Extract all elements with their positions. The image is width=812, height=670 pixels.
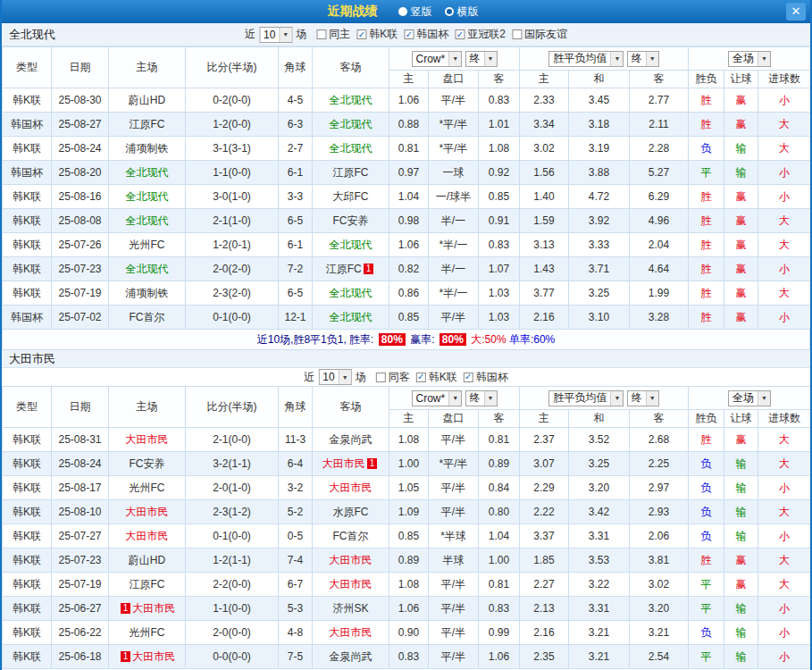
corners-cell: 6-7 [279,573,313,597]
away-team-name: 大田市民 [330,482,373,494]
corners-cell: 2-7 [279,137,313,161]
away-team-cell: 江原FC [313,161,389,185]
checkbox-box[interactable]: ✓ [356,29,366,39]
asian-home-odds-cell: 1.06 [389,88,429,113]
chevron-down-icon: ▼ [448,391,461,406]
filter-checkbox[interactable]: ✓韩K联 [416,370,457,385]
away-team-name: 全北现代 [330,239,373,251]
filter-checkbox[interactable]: 国际友谊 [512,27,567,42]
checkbox-box[interactable] [512,29,522,39]
filter-checkbox[interactable]: ✓亚冠联2 [455,27,506,42]
league-type-cell: 韩K联 [3,500,52,524]
euro-away-odds-cell: 5.27 [630,161,689,185]
subheader-result-wdl: 胜负 [689,71,724,88]
asian-home-odds-cell: 0.89 [389,549,429,573]
scope-dropdown[interactable]: 全场▼ [728,390,771,406]
subheader-asian-home: 主 [389,410,429,428]
league-type-cell: 韩国杯 [3,161,52,185]
euro-draw-odds-cell: 3.31 [569,524,630,549]
home-team-cell: 大田市民 [109,428,186,452]
filter-checkbox[interactable]: 同客 [376,370,410,385]
filter-checkbox[interactable]: ✓韩国杯 [464,370,508,385]
checkbox-box[interactable]: ✓ [455,29,465,39]
corners-cell: 5-3 [279,597,313,621]
corners-cell: 0-5 [279,524,313,549]
subheader-asian-line: 盘口 [429,410,479,428]
match-row: 韩K联25-08-24FC安养3-2(1-1)6-4大田市民11.00*平/半0… [3,452,811,476]
asian-stage-dropdown[interactable]: 终▼ [465,390,498,406]
subheader-result-asian: 让球 [724,71,758,88]
bookmaker-dropdown[interactable]: Crow*▼ [412,390,463,406]
checkbox-box[interactable] [316,29,326,39]
home-team-cell: 全北现代 [109,209,186,233]
layout-radio-vertical[interactable]: 竖版 [398,4,432,20]
result-goals-cell: 大 [758,137,811,161]
col-header-home: 主场 [109,47,186,88]
col-header-score: 比分(半场) [186,47,279,88]
filter-checkbox[interactable]: 同主 [316,27,350,42]
score-cell: 3-1(3-1) [186,137,279,161]
filter-checkbox[interactable]: ✓韩K联 [356,27,398,42]
scope-dropdown[interactable]: 全场▼ [728,51,771,67]
match-count-dropdown[interactable]: 10▼ [318,369,351,385]
result-wdl-cell: 负 [689,621,724,645]
home-team-name: 光州FC [130,482,165,494]
match-count-dropdown[interactable]: 10▼ [259,27,292,43]
checkbox-box[interactable] [376,373,386,382]
euro-away-odds-cell: 2.93 [630,500,689,524]
asian-stage-dropdown[interactable]: 终▼ [465,51,498,67]
away-team-cell: 金泉尚武 [313,428,389,452]
summary-segment: 近10场,胜8平1负1, 胜率: [257,332,377,348]
euro-home-odds-cell: 2.33 [520,88,569,113]
euro-away-odds-cell: 1.99 [630,281,689,306]
match-row: 韩国杯25-08-20全北现代1-1(0-0)6-1江原FC0.97一球0.92… [3,161,811,185]
dialog-title: 近期战绩 [328,4,378,20]
euro-draw-odds-cell: 4.72 [569,185,630,209]
checkbox-box[interactable]: ✓ [404,29,414,39]
home-team-name: 光州FC [130,239,165,251]
col-header-home: 主场 [109,387,186,428]
average-odds-dropdown[interactable]: 胜平负均值▼ [548,390,624,406]
checkbox-box[interactable]: ✓ [464,373,473,382]
euro-draw-odds-cell: 3.42 [569,500,630,524]
away-team-cell: 全北现代 [313,233,389,257]
asian-line-cell: *半球 [429,524,479,549]
summary-segment: 大:50% [468,332,509,348]
match-row: 韩K联25-08-16全北现代3-0(1-0)3-3大邱FC1.04一/球半0.… [3,185,811,209]
asian-away-odds-cell: 1.08 [479,137,520,161]
euro-away-odds-cell: 2.77 [630,88,689,113]
match-rows-daejeon: 韩K联25-08-31大田市民2-1(0-0)11-3金泉尚武1.08平/半0.… [3,428,811,669]
asian-away-odds-cell: 1.03 [479,306,520,330]
col-header-corners: 角球 [279,387,313,428]
close-icon[interactable]: ✕ [786,3,806,21]
away-team-name: FC安养 [333,214,369,227]
home-team-cell: 光州FC [109,476,186,500]
euro-away-odds-cell: 2.04 [630,233,689,257]
radio-icon[interactable] [445,7,454,16]
euro-stage-dropdown[interactable]: 终▼ [627,390,659,406]
asian-line-cell: *平/半 [429,137,479,161]
corners-cell: 6-5 [279,281,313,306]
home-team-name: 蔚山HD [129,94,165,106]
home-team-name: 全北现代 [126,214,169,227]
average-odds-dropdown[interactable]: 胜平负均值▼ [548,51,624,67]
checkbox-box[interactable]: ✓ [416,373,426,382]
score-cell: 1-2(1-1) [186,549,279,573]
euro-stage-dropdown[interactable]: 终▼ [627,51,659,67]
euro-draw-odds-cell: 3.19 [569,137,630,161]
asian-line-cell: 平/半 [429,621,479,645]
euro-draw-odds-cell: 3.20 [569,476,630,500]
score-cell: 2-0(1-0) [186,476,279,500]
filter-checkbox[interactable]: ✓韩国杯 [404,27,448,42]
asian-line-cell: *半/一 [429,281,479,306]
radio-icon[interactable] [398,7,407,16]
euro-draw-odds-cell: 3.25 [569,452,630,476]
league-type-cell: 韩K联 [3,209,52,233]
away-team-name: 全北现代 [330,142,373,155]
home-team-cell: 大田市民 [109,500,186,524]
layout-radio-horizontal[interactable]: 横版 [445,4,479,20]
home-team-cell: 全北现代 [109,257,186,281]
league-type-cell: 韩K联 [3,621,52,645]
league-type-cell: 韩K联 [3,476,52,500]
bookmaker-dropdown[interactable]: Crow*▼ [412,51,463,67]
